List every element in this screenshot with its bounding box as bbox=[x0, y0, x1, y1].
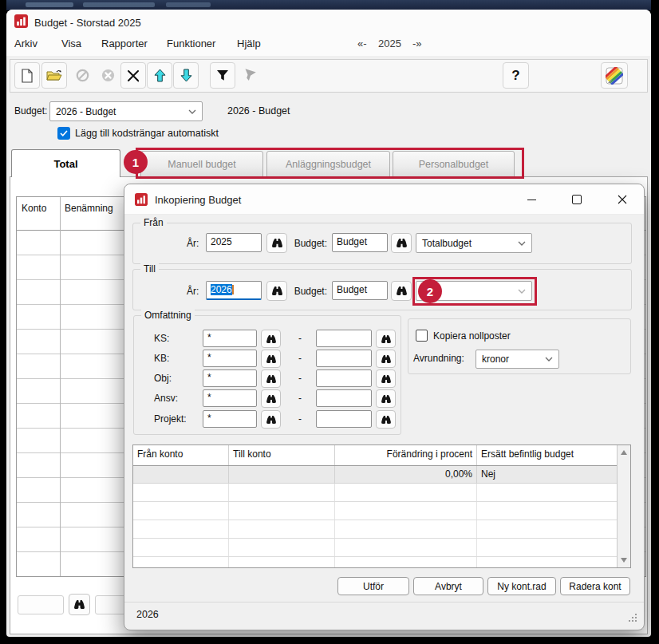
rainbow-pen-icon bbox=[606, 67, 623, 85]
budget-select[interactable]: 2026 - Budget bbox=[49, 101, 203, 121]
dialog-grid[interactable]: Från konto Till konto Förändring i proce… bbox=[132, 444, 631, 568]
binoculars-icon bbox=[381, 374, 392, 384]
delete-button[interactable] bbox=[120, 62, 146, 89]
scope-ks-to-input[interactable] bbox=[316, 330, 372, 347]
group-till-label: Till bbox=[140, 263, 159, 275]
binoculars-icon bbox=[266, 415, 277, 425]
radera-kont-button[interactable]: Radera kont bbox=[560, 577, 630, 595]
customize-button[interactable] bbox=[601, 62, 628, 89]
scope-kb-label: KB: bbox=[154, 353, 169, 364]
till-budget-search-button[interactable] bbox=[391, 281, 412, 301]
year-nav-next[interactable]: -» bbox=[412, 38, 422, 49]
maximize-icon bbox=[572, 195, 582, 204]
menu-rapporter[interactable]: Rapporter bbox=[101, 38, 148, 49]
utfor-button[interactable]: Utför bbox=[337, 577, 409, 595]
scope-projekt-from-input[interactable]: * bbox=[203, 410, 257, 428]
grid-row-empty[interactable] bbox=[133, 539, 630, 557]
rounding-value: kronor bbox=[482, 354, 509, 365]
scope-obj-to-search[interactable] bbox=[376, 369, 396, 388]
filter-off-icon bbox=[240, 67, 258, 84]
till-budget-input[interactable]: Budget bbox=[332, 281, 388, 300]
binoculars-icon bbox=[396, 286, 408, 296]
move-down-arrow-icon bbox=[180, 69, 192, 82]
grid-row-empty[interactable] bbox=[133, 502, 630, 520]
minimize-icon bbox=[527, 200, 536, 200]
year-nav-current: 2025 bbox=[378, 38, 401, 49]
scope-ansv-from-input[interactable]: * bbox=[203, 389, 257, 407]
scope-kb-to-search[interactable] bbox=[376, 350, 396, 368]
binoculars-icon bbox=[381, 334, 392, 344]
ny-kontrad-button[interactable]: Ny kont.rad bbox=[487, 577, 556, 595]
grid-cell-till-konto bbox=[229, 466, 335, 483]
open-folder-icon bbox=[46, 69, 62, 82]
grid-header-ersatt: Ersätt befintlig budget bbox=[477, 445, 617, 465]
dialog-minimize-button[interactable] bbox=[515, 188, 547, 211]
scope-kb-from-search[interactable] bbox=[261, 350, 281, 368]
scope-kb-from-input[interactable]: * bbox=[203, 350, 257, 367]
binoculars-icon bbox=[271, 238, 283, 248]
grid-row-selected[interactable]: 0,00% Nej bbox=[133, 466, 630, 484]
open-budget-button[interactable] bbox=[41, 62, 67, 89]
filter-button[interactable] bbox=[210, 62, 235, 89]
new-budget-button[interactable] bbox=[14, 62, 40, 89]
move-down-button[interactable] bbox=[173, 62, 199, 89]
dialog-maximize-button[interactable] bbox=[561, 188, 593, 211]
chevron-down-icon bbox=[188, 109, 196, 114]
scope-ansv-from-search[interactable] bbox=[261, 389, 281, 408]
till-year-search-button[interactable] bbox=[266, 281, 287, 301]
fran-budget-input[interactable]: Budget bbox=[332, 233, 388, 252]
scope-ks-to-search[interactable] bbox=[376, 330, 396, 348]
autocode-checkbox[interactable] bbox=[57, 127, 70, 140]
konto-search-button[interactable] bbox=[69, 594, 90, 615]
menu-funktioner[interactable]: Funktioner bbox=[167, 38, 215, 49]
grid-row-empty[interactable] bbox=[133, 557, 630, 568]
grid-row-empty[interactable] bbox=[133, 484, 630, 502]
grid-scrollbar[interactable] bbox=[617, 445, 630, 567]
scope-kb-to-input[interactable] bbox=[316, 350, 372, 367]
copy-zero-checkbox[interactable] bbox=[416, 330, 428, 342]
rounding-select[interactable]: kronor bbox=[476, 350, 559, 369]
scope-obj-to-input[interactable] bbox=[316, 369, 372, 387]
annotation-badge-2: 2 bbox=[418, 279, 442, 303]
binoculars-icon bbox=[266, 374, 277, 384]
resize-grip[interactable] bbox=[629, 614, 638, 623]
scope-ks-from-input[interactable]: * bbox=[203, 330, 257, 347]
konto-quick-field[interactable] bbox=[18, 595, 64, 614]
till-budget-label: Budget: bbox=[292, 286, 327, 297]
fran-year-input[interactable]: 2025 bbox=[206, 233, 262, 252]
avbryt-button[interactable]: Avbryt bbox=[413, 577, 483, 595]
fran-year-search-button[interactable] bbox=[266, 233, 287, 253]
menu-visa[interactable]: Visa bbox=[61, 38, 81, 49]
binoculars-icon bbox=[396, 238, 408, 248]
scope-projekt-from-search[interactable] bbox=[261, 410, 281, 429]
fran-budget-search-button[interactable] bbox=[391, 233, 412, 253]
binoculars-icon bbox=[266, 334, 277, 344]
till-year-input[interactable]: 2026 bbox=[206, 281, 262, 300]
grid-cell-fran-konto bbox=[133, 466, 229, 483]
menu-hjalp[interactable]: Hjälp bbox=[237, 38, 261, 49]
year-nav-prev[interactable]: «- bbox=[357, 38, 367, 49]
move-up-button[interactable] bbox=[147, 62, 172, 89]
scope-ansv-to-input[interactable] bbox=[316, 389, 372, 407]
scope-projekt-to-input[interactable] bbox=[316, 410, 372, 428]
dialog-close-button[interactable] bbox=[606, 188, 638, 211]
fran-budgettype-select[interactable]: Totalbudget bbox=[416, 233, 532, 253]
tab-total[interactable]: Total bbox=[11, 149, 120, 177]
till-year-label: År: bbox=[187, 286, 199, 297]
scroll-up-icon[interactable] bbox=[621, 450, 627, 455]
grid-row-empty[interactable] bbox=[133, 520, 630, 539]
scope-ks-from-search[interactable] bbox=[261, 330, 281, 348]
filter-funnel-icon bbox=[216, 69, 229, 81]
binoculars-icon bbox=[271, 286, 283, 296]
scope-ansv-to-search[interactable] bbox=[376, 389, 396, 408]
budget-select-label: Budget: bbox=[14, 105, 47, 117]
binoculars-icon bbox=[73, 599, 85, 610]
scope-obj-from-input[interactable]: * bbox=[203, 369, 257, 387]
scroll-down-icon[interactable] bbox=[621, 558, 627, 563]
scope-projekt-to-search[interactable] bbox=[376, 410, 396, 429]
budget-echo-text: 2026 - Budget bbox=[227, 105, 290, 117]
block-button-disabled bbox=[69, 62, 95, 89]
help-button[interactable]: ? bbox=[503, 62, 529, 89]
scope-obj-from-search[interactable] bbox=[261, 369, 281, 388]
menu-arkiv[interactable]: Arkiv bbox=[14, 38, 37, 49]
